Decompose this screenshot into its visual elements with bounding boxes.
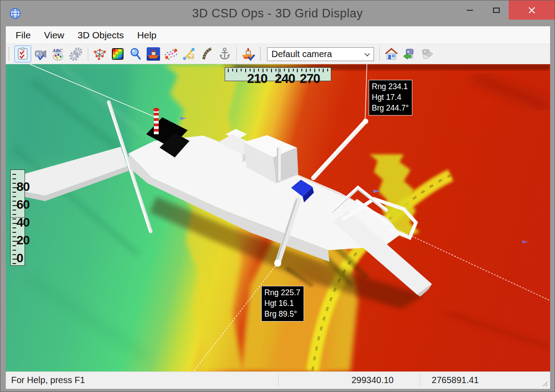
height-value: Hgt 17.4 (372, 92, 409, 103)
toolbar-separator (88, 47, 88, 61)
rope-button[interactable] (198, 45, 215, 62)
resize-grip-icon[interactable] (541, 380, 547, 386)
track-line-icon (164, 47, 178, 61)
3d-scene (6, 64, 550, 371)
grid-points-icon (93, 47, 107, 61)
camera-select[interactable]: Default camera (267, 47, 374, 61)
3d-viewport[interactable]: 210 240 270 80 60 40 20 0 Rng 234.1 Hgt … (6, 64, 550, 371)
toolbar-separator (379, 47, 380, 61)
range-value: Rng 225.7 (264, 287, 300, 298)
measure-distance-icon: 6.2 (182, 47, 196, 61)
menu-help[interactable]: Help (136, 29, 157, 41)
camera-settings-button[interactable] (32, 45, 49, 62)
home-view-button[interactable] (383, 45, 400, 62)
prev-camera-icon (402, 47, 416, 61)
svg-text:ABC: ABC (52, 48, 63, 53)
measurement-box: Rng 234.1 Hgt 17.4 Brg 244.7° (369, 80, 412, 116)
dredger-check-icon (241, 47, 255, 61)
camera-settings-icon (34, 47, 47, 61)
zoom-icon (129, 47, 142, 61)
prev-camera-button[interactable] (401, 45, 418, 62)
display-options-button[interactable] (14, 45, 31, 62)
bearing-value: Brg 89.5° (264, 309, 300, 319)
labels-button[interactable]: ABC (50, 45, 67, 62)
scale-label: 0 (16, 251, 23, 265)
color-grid-button[interactable] (109, 45, 126, 62)
scale-label: 60 (16, 198, 29, 212)
scale-label: 80 (16, 180, 29, 194)
height-value: Hgt 16.1 (264, 298, 300, 309)
next-camera-button[interactable] (419, 45, 436, 62)
menu-file[interactable]: File (15, 29, 32, 41)
svg-text:6.2: 6.2 (189, 55, 194, 59)
color-grid-icon (111, 47, 124, 61)
toolbar: ABC (6, 44, 550, 64)
window-frame (0, 389, 555, 392)
grid-points-button[interactable] (91, 45, 108, 62)
maximize-button[interactable] (484, 0, 509, 20)
status-x-coordinate: 299340.10 (278, 375, 394, 385)
rope-icon (200, 47, 214, 61)
menu-view[interactable]: View (43, 29, 65, 41)
maximize-icon (493, 8, 500, 13)
display-options-icon (16, 47, 29, 61)
settings-button[interactable] (68, 45, 85, 62)
camera-select-value: Default camera (271, 49, 332, 59)
menu-bar: File View 3D Objects Help (6, 26, 550, 44)
compass-ruler: 210 240 270 (225, 67, 331, 81)
toolbar-grip[interactable] (8, 47, 10, 61)
minimize-button[interactable] (456, 0, 484, 20)
close-button[interactable] (509, 0, 555, 20)
settings-gears-icon (69, 47, 83, 61)
minimize-icon (467, 10, 473, 11)
anchor-icon (218, 47, 231, 61)
labels-icon: ABC (51, 47, 66, 61)
status-help-text: For Help, press F1 (11, 375, 85, 385)
title-bar: 3D CSD Ops - 3D Grid Display (0, 0, 555, 26)
toolbar-separator (236, 47, 237, 61)
striped-mast (154, 110, 159, 134)
measurement-box: Rng 225.7 Hgt 16.1 Brg 89.5° (261, 286, 304, 322)
close-icon (528, 7, 535, 14)
scale-label: 40 (16, 215, 29, 230)
scale-label: 20 (16, 233, 29, 248)
chevron-down-icon (364, 51, 370, 56)
zoom-button[interactable] (127, 45, 144, 62)
measure-distance-button[interactable]: 6.2 (181, 45, 197, 62)
next-camera-icon (420, 47, 434, 61)
status-bar: For Help, press F1 299340.10 2765891.41 (6, 371, 550, 389)
menu-3d-objects[interactable]: 3D Objects (77, 29, 125, 41)
dredger-view-button[interactable] (145, 45, 162, 62)
dredger-view-icon (146, 47, 160, 61)
compass-label: 240 (275, 71, 295, 86)
compass-label: 270 (300, 71, 320, 86)
track-line-button[interactable] (163, 45, 180, 62)
status-y-coordinate: 2765891.41 (420, 375, 479, 385)
bearing-value: Brg 244.7° (372, 103, 409, 113)
compass-label: 210 (247, 71, 267, 86)
toolbar-grip[interactable] (260, 47, 262, 61)
range-value: Rng 234.1 (372, 81, 409, 92)
depth-scale: 80 60 40 20 0 (10, 169, 25, 266)
app-window: 3D CSD Ops - 3D Grid Display File View 3… (0, 0, 555, 392)
dredger-check-button[interactable] (240, 45, 257, 62)
home-view-icon (384, 47, 399, 61)
anchor-button[interactable] (216, 45, 233, 62)
